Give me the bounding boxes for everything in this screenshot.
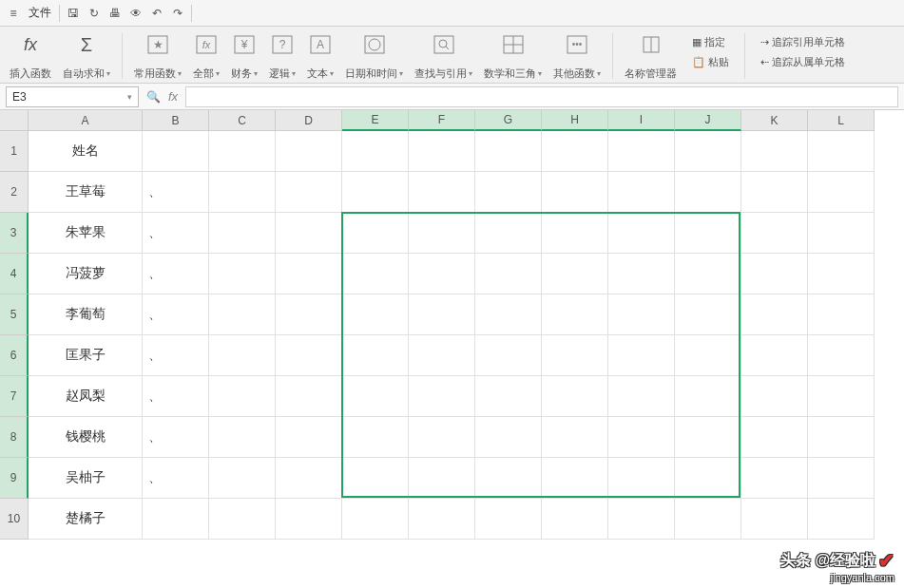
paste-button[interactable]: 📋粘贴 [688, 53, 733, 71]
hamburger-icon[interactable]: ≡ [4, 4, 23, 23]
cell-L2[interactable] [808, 172, 875, 213]
cell-K2[interactable] [741, 172, 808, 213]
cell-E8[interactable] [342, 417, 409, 458]
row-header-7[interactable]: 7 [0, 376, 29, 417]
cell-C7[interactable] [209, 376, 276, 417]
cell-J1[interactable] [675, 131, 741, 172]
cell-G7[interactable] [475, 376, 542, 417]
column-header-L[interactable]: L [808, 110, 875, 131]
cells-area[interactable]: 姓名王草莓、朱苹果、冯菠萝、李葡萄、匡果子、赵凤梨、钱樱桃、吴柚子、楚橘子 [29, 131, 875, 540]
auto-sum-button[interactable]: Σ 自动求和▾ [59, 31, 114, 81]
cell-J8[interactable] [675, 417, 741, 458]
fx-label[interactable]: fx [168, 89, 178, 104]
cell-F9[interactable] [409, 458, 475, 499]
cell-B6[interactable]: 、 [143, 335, 209, 376]
cell-G2[interactable] [475, 172, 542, 213]
cell-A1[interactable]: 姓名 [29, 131, 143, 172]
select-all-corner[interactable] [0, 110, 29, 131]
cell-F1[interactable] [409, 131, 475, 172]
lookup-button[interactable]: 查找与引用▾ [411, 31, 476, 81]
column-header-H[interactable]: H [542, 110, 608, 131]
cell-B7[interactable]: 、 [143, 376, 209, 417]
cell-K10[interactable] [741, 499, 808, 540]
cell-H3[interactable] [542, 213, 608, 254]
cell-B10[interactable] [143, 499, 209, 540]
cell-C8[interactable] [209, 417, 276, 458]
cell-A5[interactable]: 李葡萄 [29, 294, 143, 335]
cell-K6[interactable] [741, 335, 808, 376]
cell-C2[interactable] [209, 172, 276, 213]
cell-H7[interactable] [542, 376, 608, 417]
cell-C3[interactable] [209, 213, 276, 254]
insert-function-button[interactable]: fx 插入函数 [6, 31, 55, 81]
cell-A4[interactable]: 冯菠萝 [29, 254, 143, 294]
cell-D7[interactable] [276, 376, 342, 417]
cell-J5[interactable] [675, 294, 741, 335]
cell-G6[interactable] [475, 335, 542, 376]
cell-F4[interactable] [409, 254, 475, 294]
cell-I7[interactable] [608, 376, 675, 417]
cell-E9[interactable] [342, 458, 409, 499]
assign-button[interactable]: ▦指定 [688, 33, 733, 51]
cell-E10[interactable] [342, 499, 409, 540]
trace-precedents-button[interactable]: ⇢追踪引用单元格 [757, 33, 849, 51]
cell-D9[interactable] [276, 458, 342, 499]
cell-D8[interactable] [276, 417, 342, 458]
cell-F8[interactable] [409, 417, 475, 458]
cell-K1[interactable] [741, 131, 808, 172]
save-icon[interactable]: 🖫 [64, 4, 83, 23]
cell-K8[interactable] [741, 417, 808, 458]
cell-D5[interactable] [276, 294, 342, 335]
cell-L7[interactable] [808, 376, 875, 417]
row-header-9[interactable]: 9 [0, 458, 29, 499]
cell-I5[interactable] [608, 294, 675, 335]
cell-H1[interactable] [542, 131, 608, 172]
column-header-F[interactable]: F [409, 110, 475, 131]
cell-B3[interactable]: 、 [143, 213, 209, 254]
cell-J10[interactable] [675, 499, 741, 540]
cell-I4[interactable] [608, 254, 675, 294]
cell-D3[interactable] [276, 213, 342, 254]
column-header-I[interactable]: I [608, 110, 675, 131]
cell-L5[interactable] [808, 294, 875, 335]
cell-G10[interactable] [475, 499, 542, 540]
cell-L10[interactable] [808, 499, 875, 540]
cell-I3[interactable] [608, 213, 675, 254]
cell-I10[interactable] [608, 499, 675, 540]
cell-E5[interactable] [342, 294, 409, 335]
cell-D4[interactable] [276, 254, 342, 294]
cell-I9[interactable] [608, 458, 675, 499]
cell-K5[interactable] [741, 294, 808, 335]
cell-D1[interactable] [276, 131, 342, 172]
column-header-D[interactable]: D [276, 110, 342, 131]
search-icon[interactable]: 🔍 [146, 90, 161, 104]
file-menu[interactable]: 文件 [25, 5, 55, 21]
cell-J7[interactable] [675, 376, 741, 417]
cell-G9[interactable] [475, 458, 542, 499]
cell-H10[interactable] [542, 499, 608, 540]
cell-H5[interactable] [542, 294, 608, 335]
print-icon[interactable]: 🖶 [106, 4, 125, 23]
cell-D10[interactable] [276, 499, 342, 540]
cell-H6[interactable] [542, 335, 608, 376]
cell-C10[interactable] [209, 499, 276, 540]
cell-J3[interactable] [675, 213, 741, 254]
cell-E1[interactable] [342, 131, 409, 172]
column-header-J[interactable]: J [675, 110, 741, 131]
cell-G3[interactable] [475, 213, 542, 254]
cell-G8[interactable] [475, 417, 542, 458]
cell-F10[interactable] [409, 499, 475, 540]
cell-H2[interactable] [542, 172, 608, 213]
cell-B5[interactable]: 、 [143, 294, 209, 335]
cell-J4[interactable] [675, 254, 741, 294]
math-trig-button[interactable]: 数学和三角▾ [480, 31, 546, 81]
row-header-6[interactable]: 6 [0, 335, 29, 376]
logical-button[interactable]: ? 逻辑▾ [265, 31, 299, 81]
financial-button[interactable]: ¥ 财务▾ [227, 31, 261, 81]
cell-A6[interactable]: 匡果子 [29, 335, 143, 376]
cell-L4[interactable] [808, 254, 875, 294]
cell-C1[interactable] [209, 131, 276, 172]
cell-K3[interactable] [741, 213, 808, 254]
column-header-E[interactable]: E [342, 110, 409, 131]
cell-F7[interactable] [409, 376, 475, 417]
